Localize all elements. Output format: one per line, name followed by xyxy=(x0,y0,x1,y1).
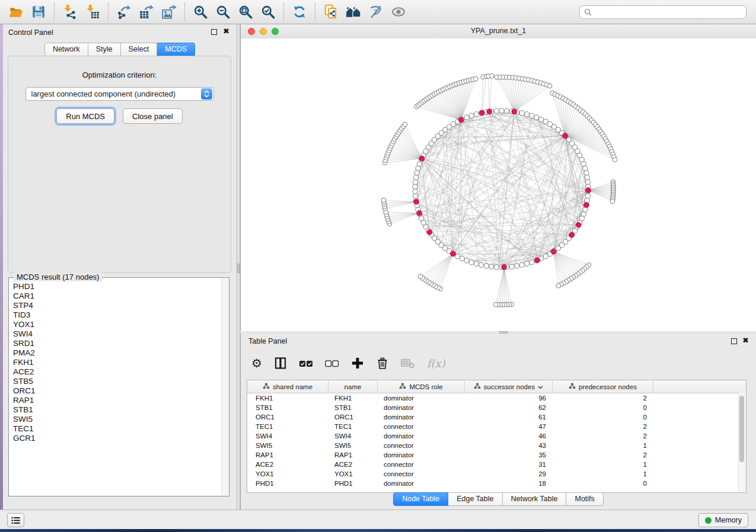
close-panel-icon[interactable]: ✖ xyxy=(223,27,229,36)
list-item[interactable]: FKH1 xyxy=(13,358,221,367)
ring-node[interactable] xyxy=(451,121,455,126)
hub-node[interactable] xyxy=(487,109,492,114)
table-row[interactable]: PHD1PHD1dominator180 xyxy=(247,479,746,488)
zoom-selected-icon[interactable] xyxy=(257,2,279,22)
splitter-grip[interactable] xyxy=(237,264,240,273)
table-row[interactable]: YOX1YOX1connector291 xyxy=(247,469,746,479)
import-network-icon[interactable] xyxy=(59,2,81,22)
ring-node[interactable] xyxy=(525,261,529,266)
ring-node[interactable] xyxy=(529,260,534,265)
run-mcds-button[interactable]: Run MCDS xyxy=(56,108,114,124)
table-row[interactable]: FKH1FKH1dominator962 xyxy=(247,393,746,403)
table-row[interactable]: ORC1ORC1dominator610 xyxy=(247,412,746,422)
ring-node[interactable] xyxy=(581,162,586,166)
welcome-screen-icon[interactable] xyxy=(342,2,365,22)
ring-node[interactable] xyxy=(534,115,539,120)
hub-node[interactable] xyxy=(512,109,517,114)
tab-edge-table[interactable]: Edge Table xyxy=(448,492,502,506)
list-item[interactable]: PHD1 xyxy=(13,282,221,291)
hide-graphics-details-icon[interactable] xyxy=(365,2,387,22)
export-table-icon[interactable] xyxy=(135,2,158,22)
ring-node[interactable] xyxy=(499,108,504,113)
export-network-icon[interactable] xyxy=(113,2,135,22)
ring-node[interactable] xyxy=(585,175,589,180)
leaf-node[interactable] xyxy=(473,76,478,81)
list-item[interactable]: CAR1 xyxy=(13,291,221,301)
table-row[interactable]: SWI5SWI5connector431 xyxy=(247,441,746,450)
ring-node[interactable] xyxy=(469,113,474,118)
clone-network-icon[interactable] xyxy=(320,2,342,22)
hub-node[interactable] xyxy=(417,211,422,216)
search-field[interactable] xyxy=(579,5,747,19)
hub-node[interactable] xyxy=(451,251,456,257)
ring-node[interactable] xyxy=(494,108,499,113)
hub-node[interactable] xyxy=(480,110,485,116)
leaf-node[interactable] xyxy=(490,73,495,78)
ring-node[interactable] xyxy=(509,264,514,269)
mcds-list-scrollbar[interactable] xyxy=(221,278,228,495)
ring-node[interactable] xyxy=(413,184,417,189)
list-item[interactable]: SRD1 xyxy=(13,339,221,348)
search-input[interactable] xyxy=(595,7,746,17)
ring-node[interactable] xyxy=(414,175,419,180)
list-item[interactable]: ACE2 xyxy=(13,367,221,377)
ring-node[interactable] xyxy=(519,111,524,116)
leaf-node[interactable] xyxy=(556,283,561,288)
deselect-all-icon[interactable] xyxy=(325,357,339,370)
ring-node[interactable] xyxy=(585,194,590,198)
leaf-node[interactable] xyxy=(547,84,552,88)
leaf-node[interactable] xyxy=(418,274,423,279)
hub-node[interactable] xyxy=(535,258,540,263)
tab-mcds[interactable]: MCDS xyxy=(157,43,195,56)
ring-node[interactable] xyxy=(416,166,420,171)
network-titlebar[interactable]: YPA_prune.txt_1 xyxy=(241,24,756,39)
column-header-MCDS-role[interactable]: MCDS role xyxy=(378,380,465,393)
export-image-icon[interactable] xyxy=(158,2,180,22)
ring-node[interactable] xyxy=(585,198,589,203)
table-row[interactable]: STB1STB1dominator620 xyxy=(247,403,746,412)
table-row[interactable]: TEC1TEC1connector472 xyxy=(247,422,746,431)
column-header-predecessor-nodes[interactable]: predecessor nodes xyxy=(553,380,653,393)
list-item[interactable]: STP4 xyxy=(13,301,221,310)
ring-node[interactable] xyxy=(585,180,590,184)
ring-node[interactable] xyxy=(413,189,417,194)
hub-node[interactable] xyxy=(586,188,591,193)
ring-node[interactable] xyxy=(469,260,474,265)
memory-button[interactable]: Memory xyxy=(698,513,748,527)
column-header-name[interactable]: name xyxy=(328,380,378,393)
hub-node[interactable] xyxy=(427,230,432,235)
tab-network-table[interactable]: Network Table xyxy=(503,492,567,506)
ring-node[interactable] xyxy=(519,262,524,267)
hub-node[interactable] xyxy=(502,265,507,270)
column-header-successor-nodes[interactable]: successor nodes xyxy=(465,380,553,393)
hub-node[interactable] xyxy=(584,203,589,208)
float-panel-icon[interactable] xyxy=(731,338,737,344)
ring-node[interactable] xyxy=(543,119,548,124)
hub-node[interactable] xyxy=(419,156,425,161)
ring-node[interactable] xyxy=(584,171,589,175)
hub-node[interactable] xyxy=(551,249,556,254)
ring-node[interactable] xyxy=(464,258,469,263)
ring-node[interactable] xyxy=(583,166,588,171)
tab-network[interactable]: Network xyxy=(44,43,88,56)
select-all-icon[interactable] xyxy=(299,357,313,370)
list-item[interactable]: SWI4 xyxy=(13,329,221,339)
tab-motifs[interactable]: Motifs xyxy=(566,492,603,506)
column-header-shared-name[interactable]: shared name xyxy=(247,380,328,393)
table-scrollbar[interactable] xyxy=(738,393,746,492)
ring-node[interactable] xyxy=(413,194,418,198)
hub-node[interactable] xyxy=(414,199,419,204)
ring-node[interactable] xyxy=(489,264,494,269)
list-item[interactable]: PMA2 xyxy=(13,348,221,358)
ring-node[interactable] xyxy=(505,108,509,113)
show-graphics-details-icon[interactable] xyxy=(387,2,410,22)
table-row[interactable]: RAP1RAP1dominator352 xyxy=(247,450,746,460)
delete-column-icon[interactable] xyxy=(376,357,389,370)
zoom-in-icon[interactable] xyxy=(189,2,212,22)
ring-node[interactable] xyxy=(413,180,418,184)
leaf-node[interactable] xyxy=(403,122,407,127)
list-item[interactable]: TID3 xyxy=(13,310,221,320)
leaf-node[interactable] xyxy=(381,198,386,203)
list-item[interactable]: RAP1 xyxy=(13,396,221,405)
tab-node-table[interactable]: Node Table xyxy=(393,492,448,506)
